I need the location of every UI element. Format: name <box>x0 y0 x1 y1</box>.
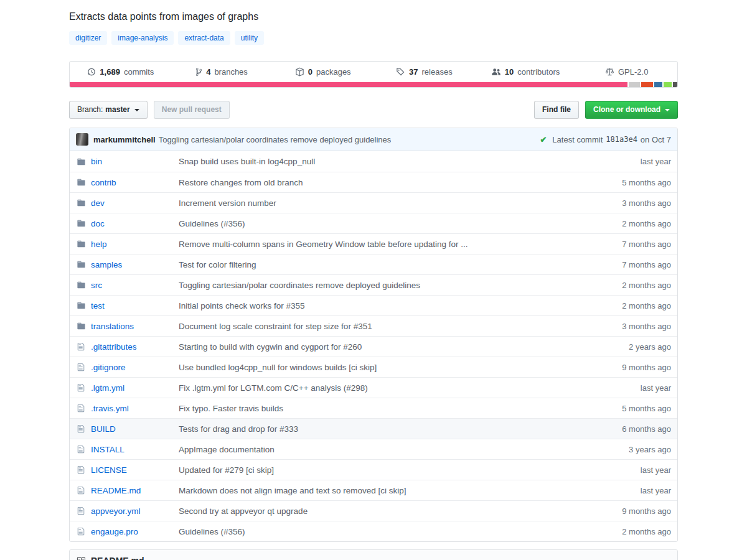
table-row[interactable]: .travis.yml Fix typo. Faster travis buil… <box>70 398 677 418</box>
row-commit-message-link[interactable]: Test for color filtering <box>179 260 256 269</box>
row-commit-message-link[interactable]: Fix .lgtm.yml for LGTM.com C/C++ analysi… <box>179 383 368 393</box>
stat-packages[interactable]: 0 packages <box>272 62 374 82</box>
table-row[interactable]: engauge.pro Guidelines (#356) 2 months a… <box>70 521 677 541</box>
file-name-link[interactable]: BUILD <box>91 424 116 434</box>
folder-icon <box>76 219 86 228</box>
row-commit-message-link[interactable]: Document log scale constraint for step s… <box>179 322 372 331</box>
commit-message-cell: Guidelines (#356) <box>179 527 584 536</box>
readme-box: README.md <box>69 549 678 560</box>
file-name-link[interactable]: contrib <box>91 178 116 187</box>
row-commit-message-link[interactable]: Use bundled log4cpp_null for windows bui… <box>179 363 377 372</box>
contributors-label: contributors <box>517 67 560 77</box>
row-commit-message-link[interactable]: Remove multi-column spans in Geometry Wi… <box>179 240 467 249</box>
commit-message-link[interactable]: Toggling cartesian/polar coordinates rem… <box>159 135 392 144</box>
file-icon <box>76 424 86 433</box>
topic-tag[interactable]: image-analysis <box>111 31 174 45</box>
row-commit-message-link[interactable]: Restore changes from old branch <box>179 178 303 187</box>
file-name-link[interactable]: README.md <box>91 486 141 495</box>
table-row[interactable]: LICENSE Updated for #279 [ci skip] last … <box>70 459 677 480</box>
file-age: 3 years ago <box>584 445 677 454</box>
file-icon <box>76 404 86 413</box>
branch-select-button[interactable]: Branch: master <box>69 101 148 119</box>
commit-message-cell: Updated for #279 [ci skip] <box>179 465 584 475</box>
folder-icon <box>76 301 86 310</box>
file-name-link[interactable]: test <box>91 301 105 310</box>
new-pull-request-button[interactable]: New pull request <box>154 101 230 119</box>
find-file-button[interactable]: Find file <box>534 101 579 119</box>
row-commit-message-link[interactable]: Tests for drag and drop for #333 <box>179 424 298 434</box>
commit-message-cell: Test for color filtering <box>179 260 584 269</box>
table-row[interactable]: contrib Restore changes from old branch … <box>70 172 677 192</box>
repo-description: Extracts data points from images of grap… <box>69 11 678 22</box>
folder-icon <box>76 198 86 207</box>
file-name-link[interactable]: .lgtm.yml <box>91 383 125 393</box>
row-commit-message-link[interactable]: Fix typo. Faster travis builds <box>179 404 283 413</box>
table-row[interactable]: .gitattributes Starting to build with cy… <box>70 336 677 357</box>
table-row[interactable]: test Initial points check works for #355… <box>70 295 677 315</box>
table-row[interactable]: BUILD Tests for drag and drop for #333 6… <box>70 418 677 439</box>
stat-license[interactable]: GPL-2.0 <box>576 62 677 82</box>
row-commit-message-link[interactable]: Initial points check works for #355 <box>179 301 305 310</box>
topic-tag[interactable]: digitizer <box>69 31 107 45</box>
file-name-link[interactable]: samples <box>91 260 122 269</box>
license-label: GPL-2.0 <box>618 67 648 77</box>
repo-stats-box: 1,689 commits 4 branches 0 packages <box>69 61 678 88</box>
stat-commits[interactable]: 1,689 commits <box>70 62 171 82</box>
commit-author-link[interactable]: markummitchell <box>93 135 156 144</box>
table-row[interactable]: dev Increment version number 3 months ag… <box>70 192 677 213</box>
stat-releases[interactable]: 37 releases <box>374 62 475 82</box>
row-commit-message-link[interactable]: Increment version number <box>179 198 276 208</box>
commit-message-cell: Restore changes from old branch <box>179 178 584 187</box>
stat-contributors[interactable]: 10 contributors <box>475 62 576 82</box>
book-icon <box>76 556 86 560</box>
row-commit-message-link[interactable]: Second try at appveyor qt upgrade <box>179 506 308 516</box>
table-row[interactable]: README.md Markdown does not align image … <box>70 480 677 500</box>
file-name-link[interactable]: INSTALL <box>91 445 125 454</box>
row-commit-message-link[interactable]: AppImage documentation <box>179 445 275 454</box>
row-commit-message-link[interactable]: Starting to build with cygwin and cygpor… <box>179 342 362 352</box>
file-name-link[interactable]: help <box>91 240 107 249</box>
file-name-link[interactable]: .gitignore <box>91 363 126 372</box>
table-row[interactable]: bin Snap build uses built-in log4cpp_nul… <box>70 151 677 172</box>
row-commit-message-link[interactable]: Toggling cartesian/polar coordinates rem… <box>179 281 420 290</box>
history-icon <box>87 67 96 77</box>
table-row[interactable]: .gitignore Use bundled log4cpp_null for … <box>70 357 677 377</box>
commit-message-cell: Increment version number <box>179 198 584 208</box>
file-name-link[interactable]: engauge.pro <box>91 527 138 536</box>
commit-message-cell: Use bundled log4cpp_null for windows bui… <box>179 363 584 372</box>
repo-page: Extracts data points from images of grap… <box>69 0 678 560</box>
table-row[interactable]: appveyor.yml Second try at appveyor qt u… <box>70 500 677 521</box>
topic-tag[interactable]: utility <box>235 31 264 45</box>
stat-branches[interactable]: 4 branches <box>171 62 273 82</box>
language-bar[interactable] <box>70 82 677 87</box>
file-name-link[interactable]: src <box>91 281 102 290</box>
commit-message-cell: Tests for drag and drop for #333 <box>179 424 584 434</box>
file-name-link[interactable]: bin <box>91 157 102 166</box>
file-name-link[interactable]: appveyor.yml <box>91 506 141 516</box>
avatar[interactable] <box>76 133 88 146</box>
row-commit-message-link[interactable]: Snap build uses built-in log4cpp_null <box>179 157 315 166</box>
table-row[interactable]: samples Test for color filtering 7 month… <box>70 254 677 274</box>
file-name-cell: src <box>70 281 179 290</box>
file-name-link[interactable]: dev <box>91 198 105 208</box>
table-row[interactable]: src Toggling cartesian/polar coordinates… <box>70 274 677 295</box>
row-commit-message-link[interactable]: Markdown does not align image and text s… <box>179 486 406 495</box>
table-row[interactable]: doc Guidelines (#356) 2 months ago <box>70 213 677 233</box>
table-row[interactable]: .lgtm.yml Fix .lgtm.yml for LGTM.com C/C… <box>70 377 677 398</box>
file-name-link[interactable]: doc <box>91 219 105 228</box>
table-row[interactable]: help Remove multi-column spans in Geomet… <box>70 233 677 254</box>
file-name-link[interactable]: .travis.yml <box>91 404 129 413</box>
topic-tag[interactable]: extract-data <box>178 31 230 45</box>
clone-or-download-button[interactable]: Clone or download <box>585 101 678 119</box>
row-commit-message-link[interactable]: Updated for #279 [ci skip] <box>179 465 274 475</box>
row-commit-message-link[interactable]: Guidelines (#356) <box>179 527 245 536</box>
file-name-link[interactable]: .gitattributes <box>91 342 137 352</box>
table-row[interactable]: translations Document log scale constrai… <box>70 315 677 336</box>
commit-sha-link[interactable]: 181a3e4 <box>606 135 637 144</box>
file-age: 3 months ago <box>584 322 677 331</box>
table-row[interactable]: INSTALL AppImage documentation 3 years a… <box>70 439 677 459</box>
file-age: last year <box>584 157 677 166</box>
row-commit-message-link[interactable]: Guidelines (#356) <box>179 219 245 228</box>
file-name-link[interactable]: LICENSE <box>91 465 127 475</box>
file-name-link[interactable]: translations <box>91 322 134 331</box>
